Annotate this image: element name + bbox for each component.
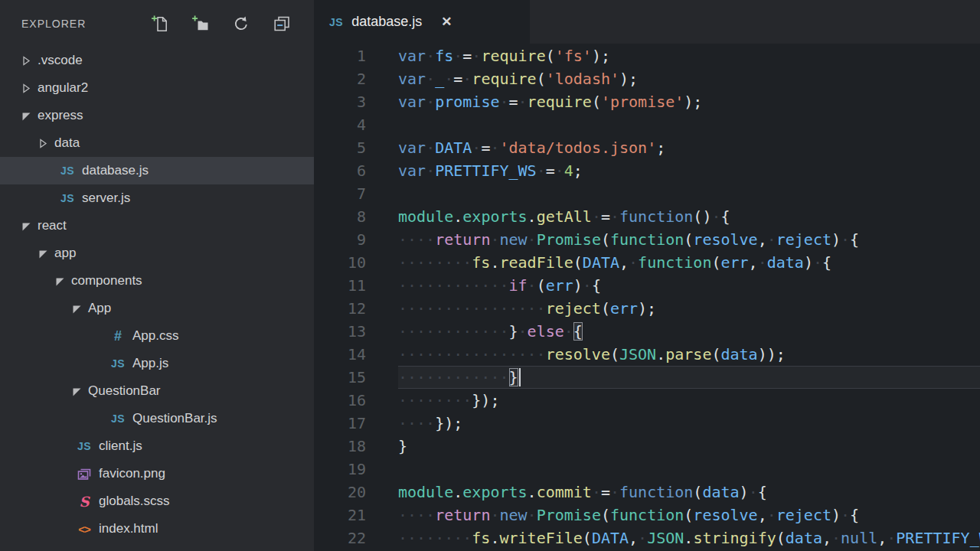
code-line[interactable]: var·promise·=·require('promise'); (398, 90, 980, 113)
tree-item-label: react (38, 218, 67, 233)
tree-item-app-js[interactable]: JSApp.js (0, 350, 314, 377)
code-line[interactable]: module.exports.commit·=·function(data)·{ (398, 481, 980, 504)
code-line[interactable]: ········fs.readFile(DATA,·function(err,·… (398, 251, 980, 274)
tree-item-server-js[interactable]: JSserver.js (0, 184, 314, 212)
line-number: 4 (314, 113, 366, 136)
tree-item-client-js[interactable]: JSclient.js (0, 432, 314, 460)
line-number: 18 (314, 435, 366, 458)
line-number: 22 (314, 527, 366, 549)
code-line[interactable] (398, 113, 980, 136)
line-number: 17 (314, 412, 366, 435)
new-folder-icon (191, 15, 210, 33)
tree-item-app[interactable]: App (0, 295, 314, 322)
tree-item-components[interactable]: components (0, 267, 314, 295)
code-line[interactable]: ············if·(err)·{ (398, 274, 980, 297)
new-file-icon (151, 15, 169, 33)
code-line[interactable]: ············} (398, 366, 980, 389)
code-line[interactable]: ····}); (398, 412, 980, 435)
code-line[interactable]: ············}·else·{ (398, 320, 980, 343)
explorer-title: EXPLORER (21, 18, 86, 30)
tree-item-label: angular2 (38, 80, 88, 96)
code-line[interactable]: ····return·new·Promise(function(resolve,… (398, 504, 980, 527)
file-tree: .vscodeangular2expressdataJSdatabase.jsJ… (0, 47, 314, 551)
tab-bar: JS database.js ✕ (314, 0, 980, 44)
chevron-expanded-icon (55, 276, 65, 286)
code-line[interactable]: var·_·=·require('lodash'); (398, 67, 980, 90)
code-line[interactable]: ················resolve(JSON.parse(data)… (398, 343, 980, 366)
tree-item-label: globals.scss (99, 494, 170, 509)
collapse-all-button[interactable] (273, 15, 291, 33)
js-file-icon: JS (58, 165, 77, 177)
js-file-icon: JS (58, 192, 77, 204)
tree-item-label: index.html (99, 521, 158, 536)
html-file-icon: <> (75, 523, 93, 536)
tree-item-label: App (88, 301, 111, 316)
line-number: 14 (314, 343, 366, 366)
sass-file-icon: S (75, 494, 93, 510)
line-number: 11 (314, 274, 366, 297)
close-icon[interactable]: ✕ (441, 14, 452, 30)
code-line[interactable]: var·fs·=·require('fs'); (398, 44, 980, 67)
tree-item-label: server.js (82, 191, 130, 206)
line-number: 12 (314, 297, 366, 320)
tree-item-label: components (71, 273, 142, 289)
tree-item-globals-scss[interactable]: Sglobals.scss (0, 487, 314, 515)
code-line[interactable]: ········fs.writeFile(DATA,·JSON.stringif… (398, 527, 980, 549)
js-file-icon: JS (109, 357, 127, 370)
tab-label: database.js (351, 14, 422, 30)
code-lines: var·fs·=·require('fs');var·_·=·require('… (398, 44, 980, 551)
explorer-toolbar (151, 15, 291, 33)
css-file-icon: # (109, 328, 127, 344)
tree-item-questionbar[interactable]: QuestionBar (0, 377, 314, 405)
tree-item-label: client.js (99, 439, 142, 454)
tree-item-data[interactable]: data (0, 129, 314, 157)
code-line[interactable] (398, 182, 980, 205)
line-number: 6 (314, 159, 366, 182)
chevron-collapsed-icon (21, 83, 31, 93)
js-file-icon: JS (109, 412, 127, 425)
code-line[interactable]: ········}); (398, 389, 980, 412)
code-line[interactable]: } (398, 435, 980, 458)
tree-item-index-html[interactable]: <>index.html (0, 515, 314, 543)
line-number: 2 (314, 67, 366, 90)
chevron-expanded-icon (38, 249, 48, 259)
code-editor[interactable]: 12345678910111213141516171819202122 var·… (314, 44, 980, 551)
refresh-icon (232, 15, 250, 33)
new-folder-button[interactable] (191, 15, 210, 33)
code-line[interactable]: ····return·new·Promise(function(resolve,… (398, 228, 980, 251)
editor-area: JS database.js ✕ 12345678910111213141516… (314, 0, 980, 551)
tree-item-vscode[interactable]: .vscode (0, 47, 314, 74)
line-number: 8 (314, 205, 366, 228)
code-line[interactable]: var·DATA·=·'data/todos.json'; (398, 136, 980, 159)
code-line[interactable]: var·PRETTIFY_WS·=·4; (398, 159, 980, 182)
line-number-gutter: 12345678910111213141516171819202122 (314, 44, 366, 551)
explorer-header: EXPLORER (0, 0, 314, 47)
new-file-button[interactable] (151, 15, 169, 33)
tree-item-questionbar-js[interactable]: JSQuestionBar.js (0, 405, 314, 432)
chevron-collapsed-icon (38, 139, 48, 148)
code-line[interactable] (398, 458, 980, 481)
chevron-expanded-icon (21, 111, 31, 121)
text-cursor (519, 368, 521, 386)
tree-item-app-css[interactable]: #App.css (0, 322, 314, 350)
tree-item-label: data (54, 135, 80, 151)
line-number: 3 (314, 90, 366, 113)
code-line[interactable]: ················reject(err); (398, 297, 980, 320)
vscode-window: EXPLORER (0, 0, 980, 551)
tree-item-angular2[interactable]: angular2 (0, 74, 314, 102)
js-file-icon: JS (329, 16, 343, 28)
tree-item-favicon-png[interactable]: favicon.png (0, 460, 314, 487)
explorer-sidebar: EXPLORER (0, 0, 314, 551)
tab-database-js[interactable]: JS database.js ✕ (314, 0, 530, 44)
tree-item-app[interactable]: app (0, 240, 314, 267)
tree-item-label: QuestionBar.js (132, 411, 217, 426)
tree-item-react[interactable]: react (0, 212, 314, 240)
tree-item-label: App.js (132, 356, 168, 371)
refresh-button[interactable] (232, 15, 250, 33)
tree-item-express[interactable]: express (0, 102, 314, 129)
code-line[interactable]: module.exports.getAll·=·function()·{ (398, 205, 980, 228)
chevron-collapsed-icon (21, 56, 31, 66)
tree-item-database-js[interactable]: JSdatabase.js (0, 157, 314, 184)
line-number: 5 (314, 136, 366, 159)
tree-item-label: .vscode (38, 53, 83, 68)
